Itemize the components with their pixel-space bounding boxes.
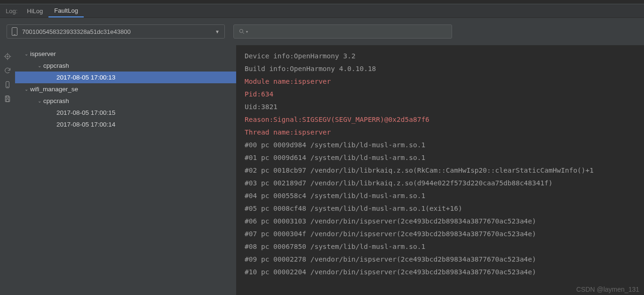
log-line: #09 pc 00002278 /vendor/bin/ispserver(2c…	[245, 253, 644, 266]
log-line: #02 pc 0018cb97 /vendor/lib/librkaiq.z.s…	[245, 164, 644, 177]
log-output: Device info:OpenHarmony 3.2Build info:Op…	[236, 45, 644, 295]
tree-item-label: cppcrash	[43, 97, 69, 104]
svg-point-2	[5, 54, 9, 58]
tree-row[interactable]: ⌄cppcrash	[15, 60, 236, 72]
save-icon[interactable]	[4, 95, 11, 103]
log-line: #03 pc 002189d7 /vendor/lib/librkaiq.z.s…	[245, 177, 644, 190]
search-icon	[239, 28, 245, 35]
log-line: Device info:OpenHarmony 3.2	[245, 50, 644, 63]
search-input[interactable]: ▾	[233, 24, 452, 39]
tree-item-label: 2017-08-05 17:00:15	[56, 109, 115, 116]
chevron-down-icon: ⌄	[36, 98, 43, 104]
log-line: #05 pc 0008cf48 /system/lib/ld-musl-arm.…	[245, 202, 644, 215]
log-line: #10 pc 00002204 /vendor/bin/ispserver(2c…	[245, 266, 644, 279]
device-selector[interactable]: 7001005458323933328a51dc31e43800 ▼	[7, 24, 225, 39]
log-line: #08 pc 00067850 /system/lib/ld-musl-arm.…	[245, 240, 644, 253]
toolbar: 7001005458323933328a51dc31e43800 ▼ ▾	[0, 18, 644, 45]
log-line: #06 pc 00003103 /vendor/bin/ispserver(2c…	[245, 215, 644, 228]
tree-item-label: cppcrash	[43, 62, 69, 69]
log-line: Thread name:ispserver	[245, 126, 644, 139]
tree-row[interactable]: 2017-08-05 17:00:14	[15, 119, 236, 130]
tree-row[interactable]: ⌄cppcrash	[15, 95, 236, 107]
left-tool-strip	[0, 45, 15, 295]
chevron-down-icon: ⌄	[23, 51, 30, 56]
log-line: #01 pc 0009d614 /system/lib/ld-musl-arm.…	[245, 151, 644, 164]
log-line: #04 pc 000558c4 /system/lib/ld-musl-arm.…	[245, 190, 644, 202]
log-line: Uid:3821	[245, 101, 644, 113]
tree-item-label: 2017-08-05 17:00:13	[56, 74, 115, 81]
target-icon[interactable]	[4, 53, 11, 60]
main-area: ⌄ispserver⌄cppcrash2017-08-05 17:00:13⌄w…	[0, 45, 644, 295]
svg-rect-11	[6, 99, 8, 102]
chevron-down-icon: ⌄	[23, 87, 30, 92]
log-tab-strip: Log: HiLog FaultLog	[0, 4, 644, 18]
tab-strip-label: Log:	[6, 8, 17, 15]
refresh-icon[interactable]	[4, 67, 11, 74]
svg-rect-10	[6, 96, 8, 98]
tree-row[interactable]: 2017-08-05 17:00:15	[15, 107, 236, 119]
log-line: Reason:Signal:SIGSEGV(SEGV_MAPERR)@0x2d5…	[245, 113, 644, 126]
tree-row[interactable]: ⌄wifi_manager_se	[15, 83, 236, 95]
tree-item-label: ispserver	[30, 50, 56, 57]
log-line: #00 pc 0009d984 /system/lib/ld-musl-arm.…	[245, 139, 644, 151]
log-line: #07 pc 0000304f /vendor/bin/ispserver(2c…	[245, 228, 644, 240]
device-icon	[12, 27, 17, 36]
chevron-down-icon: ⌄	[36, 63, 43, 68]
svg-line-1	[243, 32, 244, 34]
svg-point-3	[7, 56, 8, 57]
fault-tree: ⌄ispserver⌄cppcrash2017-08-05 17:00:13⌄w…	[15, 45, 236, 295]
log-line: Pid:634	[245, 88, 644, 101]
watermark: CSDN @laymen_131	[576, 286, 639, 293]
device-id-text: 7001005458323933328a51dc31e43800	[22, 28, 131, 35]
tree-item-label: wifi_manager_se	[30, 86, 78, 93]
tree-item-label: 2017-08-05 17:00:14	[56, 121, 115, 128]
log-line: Module name:ispserver	[245, 75, 644, 88]
phone-icon[interactable]	[4, 81, 11, 88]
log-line: Build info:OpenHarmony 4.0.10.18	[245, 63, 644, 75]
svg-point-0	[239, 29, 243, 32]
search-options-chevron-icon: ▾	[246, 30, 248, 34]
tab-hilog[interactable]: HiLog	[21, 5, 48, 17]
tab-faultlog[interactable]: FaultLog	[48, 4, 84, 17]
chevron-down-icon: ▼	[215, 29, 220, 34]
tree-row[interactable]: 2017-08-05 17:00:13	[15, 72, 236, 83]
window-top-border	[0, 0, 644, 4]
tree-row[interactable]: ⌄ispserver	[15, 48, 236, 60]
